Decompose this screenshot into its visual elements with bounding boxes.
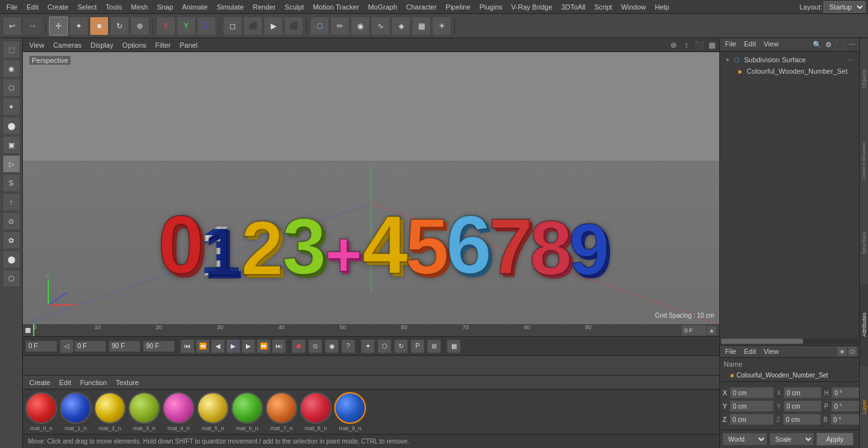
menu-plugins[interactable]: Plugins [475, 2, 506, 12]
left-tool-7[interactable]: ▷ [3, 155, 20, 173]
menu-pipeline[interactable]: Pipeline [442, 2, 474, 12]
prev-frame-btn[interactable]: ⏪ [196, 339, 210, 353]
tab-layer[interactable]: Layer [860, 366, 868, 448]
x-size-input[interactable] [783, 387, 822, 398]
left-tool-1[interactable]: ⬚ [3, 41, 20, 58]
left-tool-13[interactable]: ⬡ [3, 269, 20, 287]
move-anim-btn[interactable]: ✦ [361, 339, 375, 353]
mat-edit[interactable]: Edit [55, 377, 75, 388]
menu-sculpt[interactable]: Sculpt [281, 2, 308, 12]
b-input[interactable] [831, 414, 862, 425]
menu-mesh[interactable]: Mesh [127, 2, 152, 12]
timeline-ruler[interactable]: 0 10 20 30 40 50 60 70 80 90 ▲ [23, 324, 719, 337]
axis-z[interactable]: Z [197, 17, 216, 36]
tree-item-wooden[interactable]: ■ Colourful_Wooden_Number_Set [722, 65, 857, 77]
frame-step-up[interactable]: ▲ [707, 325, 717, 336]
go-start-btn[interactable]: ⏮ [180, 339, 194, 353]
move-tool[interactable]: ✦ [69, 17, 88, 36]
apply-button[interactable]: Apply [817, 433, 853, 445]
key-btn[interactable]: ◉ [325, 339, 339, 353]
camera-tool[interactable]: ▦ [412, 17, 431, 36]
auto-key-btn[interactable]: ⊙ [308, 339, 322, 353]
render-btn[interactable]: ▶ [264, 17, 283, 36]
menu-window[interactable]: Window [617, 2, 649, 12]
pen-tool[interactable]: ✏ [330, 17, 349, 36]
menu-render[interactable]: Render [249, 2, 280, 12]
p-input[interactable] [831, 400, 863, 412]
settings-icon[interactable]: ⚙ [824, 39, 834, 50]
scale-tool[interactable]: ■ [90, 17, 109, 36]
sculpt-tool[interactable]: ◉ [351, 17, 370, 36]
tree-scrollbar[interactable] [721, 339, 858, 344]
material-7[interactable]: mat_7_n [266, 392, 297, 431]
motion-path-btn[interactable]: ? [341, 339, 355, 353]
material-5[interactable]: mat_5_n [197, 392, 229, 431]
menu-select[interactable]: Select [74, 2, 101, 12]
rp-edit[interactable]: Edit [742, 39, 759, 50]
bf-file[interactable]: File [722, 347, 739, 356]
select-tool[interactable]: ✛ [49, 17, 68, 36]
current-frame-display[interactable] [681, 325, 707, 336]
next-frame-btn[interactable]: ⏩ [257, 339, 271, 353]
vp-panel[interactable]: Panel [176, 40, 201, 50]
menu-help[interactable]: Help [651, 2, 674, 12]
axis-x[interactable]: X [156, 17, 175, 36]
menu-character[interactable]: Character [402, 2, 440, 12]
material-9[interactable]: mat_9_n [334, 392, 366, 431]
left-tool-3[interactable]: ⬡ [3, 79, 20, 97]
y-size-input[interactable] [783, 400, 822, 412]
left-tool-12[interactable]: ⬤ [3, 250, 20, 268]
expand-icon[interactable]: ⬛ [835, 39, 845, 50]
spline-tool[interactable]: ∿ [371, 17, 390, 36]
left-tool-11[interactable]: ✿ [3, 231, 20, 249]
more-icon[interactable]: ⋯ [846, 39, 857, 50]
rotate-tool[interactable]: ↻ [110, 17, 129, 36]
menu-vray[interactable]: V-Ray Bridge [508, 2, 557, 12]
ruler-track[interactable]: 0 10 20 30 40 50 60 70 80 90 [33, 324, 679, 336]
end-frame-input-2[interactable] [143, 341, 175, 352]
menu-create[interactable]: Create [44, 2, 72, 12]
go-end-btn[interactable]: ⏭ [272, 339, 286, 353]
vp-display[interactable]: Display [86, 40, 117, 50]
tab-objects[interactable]: Objects [860, 38, 868, 120]
mat-texture[interactable]: Texture [112, 377, 142, 388]
frame-input-2[interactable] [74, 341, 106, 352]
mat-create[interactable]: Create [25, 377, 54, 388]
grid-anim-btn[interactable]: ⊞ [427, 339, 441, 353]
menu-tools[interactable]: Tools [102, 2, 126, 12]
menu-mograph[interactable]: MoGraph [364, 2, 401, 12]
vp-cameras[interactable]: Cameras [50, 40, 86, 50]
left-tool-4[interactable]: ✦ [3, 98, 20, 116]
light-tool[interactable]: ☀ [432, 17, 451, 36]
vp-icon-1[interactable]: ⊕ [668, 40, 679, 50]
layout-select[interactable]: Startup [824, 1, 865, 13]
bf-edit[interactable]: Edit [742, 347, 759, 356]
rp-view[interactable]: View [761, 39, 782, 50]
world-dropdown[interactable]: World [722, 433, 767, 445]
redo-btn[interactable]: ↪ [23, 17, 42, 36]
scale-anim-btn[interactable]: ⬡ [377, 339, 391, 353]
h-input[interactable] [831, 387, 863, 398]
menu-simulate[interactable]: Simulate [213, 2, 248, 12]
layer-btn[interactable]: ▦ [447, 339, 461, 353]
menu-file[interactable]: File [3, 2, 22, 12]
material-2[interactable]: mat_2_n [94, 392, 126, 431]
undo-btn[interactable]: ↩ [3, 17, 22, 36]
material-6[interactable]: mat_6_n [231, 392, 263, 431]
bf-view[interactable]: View [761, 347, 782, 356]
step-back-btn[interactable]: ◁ [60, 339, 74, 353]
left-tool-9[interactable]: ↑ [3, 193, 20, 211]
left-tool-8[interactable]: S [3, 174, 20, 192]
prev-key-btn[interactable]: ◀ [211, 339, 225, 353]
paint-tool[interactable]: ◈ [391, 17, 410, 36]
material-8[interactable]: mat_8_n [300, 392, 332, 431]
z-size-input[interactable] [783, 414, 821, 425]
menu-snap[interactable]: Snap [153, 2, 177, 12]
playhead[interactable] [33, 324, 34, 336]
material-0[interactable]: mat_0_n [25, 392, 57, 431]
track-area[interactable] [23, 356, 719, 375]
menu-animate[interactable]: Animate [179, 2, 212, 12]
bf-icon1[interactable]: ⊕ [837, 347, 846, 356]
material-3[interactable]: mat_3_n [128, 392, 160, 431]
axis-y[interactable]: Y [177, 17, 196, 36]
